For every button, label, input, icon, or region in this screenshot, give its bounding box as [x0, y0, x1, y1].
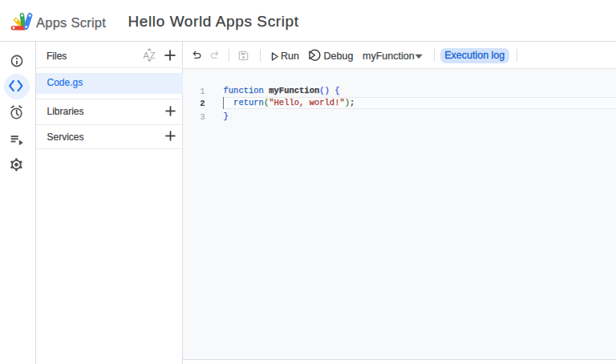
svg-text:Z: Z [150, 51, 156, 60]
svg-text:A: A [143, 51, 149, 60]
